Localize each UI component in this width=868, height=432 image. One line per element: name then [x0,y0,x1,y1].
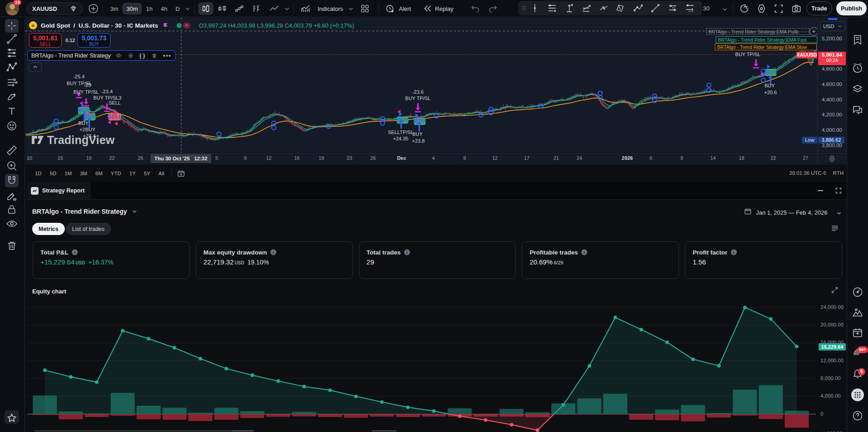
svg-text:BUY: BUY [78,120,89,126]
svg-text:BUY TP/SL: BUY TP/SL [405,96,431,101]
svg-text:-25.4: -25.4 [73,74,84,79]
svg-text:BUY: BUY [397,117,408,123]
svg-text:-23.4: -23.4 [101,89,112,94]
svg-text:BUY: BUY [412,131,423,137]
svg-text:BUY TP/SL: BUY TP/SL [735,52,761,57]
svg-text:+23.8: +23.8 [412,138,425,144]
svg-text:BUY TP/SL: BUY TP/SL [73,89,99,95]
svg-text:+20.6: +20.6 [764,90,777,95]
svg-text:SELLTP/SL: SELLTP/SL [388,130,414,135]
svg-text:BUY: BUY [765,83,775,88]
svg-text:-23.6: -23.6 [412,89,423,95]
svg-text:-23: -23 [84,82,91,88]
svg-text:+24.35: +24.35 [393,136,408,141]
svg-text:SELL: SELL [109,100,121,106]
svg-text:+2BUY: +2BUY [79,127,96,132]
svg-text:BUY: BUY [765,69,776,76]
